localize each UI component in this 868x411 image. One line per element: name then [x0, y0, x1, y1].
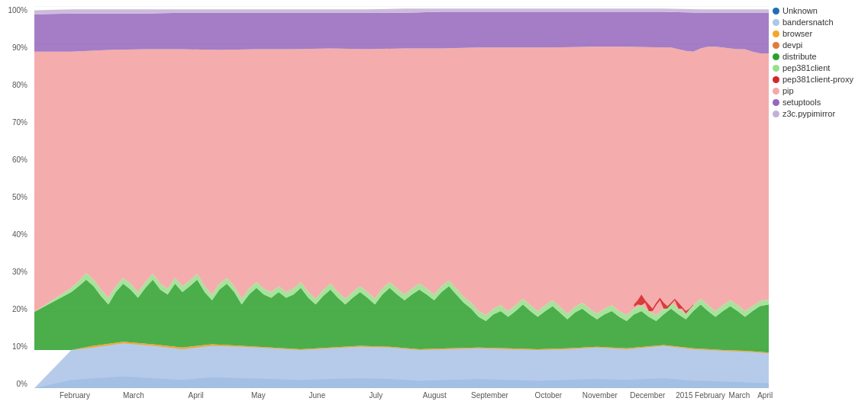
chart-container: 100% 90% 80% 70% 60% 50% 40% 30% 20% 10%… [0, 0, 868, 411]
legend-item-distribute: distribute [773, 52, 864, 61]
unknown-dot [773, 8, 779, 14]
pep381client-proxy-label: pep381client-proxy [782, 75, 853, 84]
pep381client-proxy-dot [773, 76, 779, 83]
setuptools-area [34, 12, 769, 53]
y-label-30: 30% [12, 268, 27, 276]
x-axis: February March April May June July Augus… [34, 388, 769, 411]
z3c-label: z3c.pypimirror [782, 109, 835, 118]
browser-dot [773, 31, 779, 37]
y-label-20: 20% [12, 305, 27, 313]
setuptools-label: setuptools [782, 98, 821, 107]
y-label-10: 10% [12, 342, 27, 351]
legend-item-pip: pip [773, 86, 864, 95]
bandersnatch-label: bandersnatch [782, 18, 834, 27]
legend-item-devpi: devpi [773, 40, 864, 50]
legend: Unknown bandersnatch browser devpi distr… [769, 0, 868, 411]
legend-item-z3c: z3c.pypimirror [773, 109, 864, 118]
z3c-dot [773, 111, 779, 117]
x-label-2015: 2015 [676, 391, 692, 400]
pip-dot [773, 88, 779, 95]
devpi-label: devpi [782, 40, 802, 50]
x-label-feb1: February [60, 391, 90, 400]
y-label-40: 40% [12, 230, 27, 239]
unknown-label: Unknown [782, 6, 818, 15]
x-label-may: May [251, 391, 266, 400]
distribute-dot [773, 53, 779, 60]
browser-label: browser [782, 29, 812, 38]
x-label-sep: September [471, 391, 508, 400]
legend-item-bandersnatch: bandersnatch [773, 18, 864, 27]
y-label-0: 0% [17, 380, 27, 388]
x-label-nov: November [582, 391, 618, 400]
x-label-mar2: March [729, 391, 750, 400]
x-label-oct: October [535, 391, 563, 400]
x-label-jul: July [369, 391, 382, 400]
y-label-80: 80% [12, 81, 27, 89]
legend-item-browser: browser [773, 29, 864, 38]
y-label-60: 60% [12, 156, 27, 164]
pip-area [34, 47, 769, 315]
legend-item-unknown: Unknown [773, 6, 864, 15]
distribute-label: distribute [782, 52, 817, 61]
pip-label: pip [782, 86, 794, 95]
setuptools-dot [773, 99, 779, 106]
y-label-100: 100% [8, 6, 27, 14]
x-label-aug: August [423, 391, 447, 400]
x-label-apr1: April [189, 391, 204, 400]
y-label-70: 70% [12, 118, 27, 127]
legend-item-setuptools: setuptools [773, 98, 864, 107]
y-axis: 100% 90% 80% 70% 60% 50% 40% 30% 20% 10%… [0, 6, 31, 388]
chart-area: 100% 90% 80% 70% 60% 50% 40% 30% 20% 10%… [0, 0, 769, 411]
x-label-apr2: April [757, 391, 773, 400]
y-label-90: 90% [12, 43, 27, 52]
pep381client-label: pep381client [782, 63, 830, 72]
y-label-50: 50% [12, 193, 27, 201]
legend-item-pep381client: pep381client [773, 63, 864, 72]
devpi-dot [773, 42, 779, 49]
x-label-jun: June [309, 391, 326, 400]
bandersnatch-area [34, 342, 769, 388]
bandersnatch-dot [773, 19, 779, 26]
chart-svg [34, 6, 769, 388]
x-label-mar1: March [123, 391, 144, 400]
x-label-feb2: February [695, 391, 725, 400]
legend-item-pep381client-proxy: pep381client-proxy [773, 75, 864, 84]
x-label-dec: December [630, 391, 665, 400]
pep381client-dot [773, 65, 779, 72]
